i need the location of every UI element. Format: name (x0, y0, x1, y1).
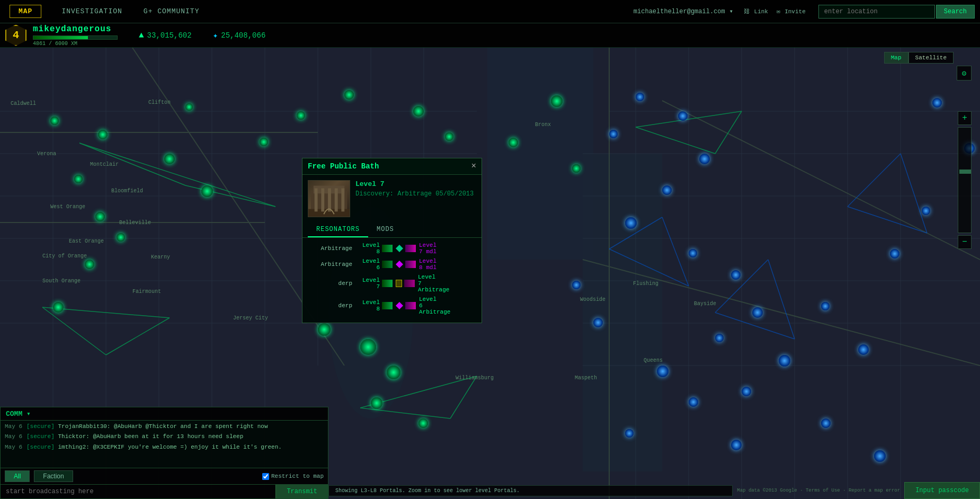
portal-blue-20[interactable] (593, 318, 603, 327)
ap-icon: ▲ (139, 31, 144, 40)
broadcast-input[interactable] (1, 485, 275, 498)
portal-blue-26[interactable] (874, 450, 886, 462)
portal-green-1[interactable] (50, 117, 59, 125)
tab-resonators[interactable]: RESONATORS (308, 222, 368, 237)
res-level-right-4: Level 6 Arbitrage (417, 296, 443, 315)
map-type-buttons: Map Satellite (884, 52, 954, 64)
comm-text-1: [secure] TrojanRabbit30: @AbuHarb @Thick… (26, 423, 324, 431)
portal-blue-13[interactable] (821, 302, 830, 310)
portal-green-15[interactable] (418, 418, 428, 428)
portal-blue-10[interactable] (715, 334, 724, 342)
portal-blue-23[interactable] (625, 429, 634, 438)
portal-blue-15[interactable] (890, 249, 899, 259)
portal-green-16[interactable] (297, 111, 305, 120)
comm-tabs: All Faction Restrict to map (0, 468, 328, 484)
portal-green-11[interactable] (53, 302, 64, 313)
portal-blue-12[interactable] (742, 387, 751, 396)
portal-discovery: Discovery: Arbitrage 05/05/2013 (355, 190, 474, 198)
tab-all[interactable]: All (5, 470, 30, 482)
map-settings-button[interactable]: ⚙ (957, 66, 972, 81)
portal-blue-7[interactable] (689, 249, 697, 257)
invite-button[interactable]: ✉ Invite (777, 8, 806, 15)
portal-green-3[interactable] (185, 103, 193, 111)
svg-rect-0 (487, 48, 593, 260)
input-passcode-button[interactable]: Input passcode (904, 482, 980, 499)
mail-icon: ✉ (777, 8, 780, 15)
portal-green-21[interactable] (509, 138, 518, 147)
portal-blue-4[interactable] (699, 154, 710, 164)
portal-blue-21[interactable] (657, 366, 669, 377)
portal-green-6[interactable] (74, 175, 83, 183)
portal-blue-18[interactable] (932, 98, 942, 108)
tab-mods[interactable]: MODS (368, 222, 403, 237)
portal-green-12[interactable] (318, 323, 331, 336)
comm-date-2: May 6 (5, 433, 22, 441)
portal-blue-2[interactable] (678, 111, 688, 121)
zoom-out-button[interactable]: − (958, 235, 972, 249)
portal-green-2[interactable] (98, 130, 108, 139)
portal-green-14[interactable] (371, 397, 382, 409)
portal-blue-25[interactable] (821, 418, 831, 428)
res-bar-left-3 (382, 280, 393, 287)
zoom-slider[interactable] (958, 127, 972, 233)
map-container[interactable]: Caldwell Clifton Bronx Verona Montclair … (0, 48, 980, 499)
player-level-badge: 4 (5, 25, 26, 46)
map-button[interactable]: Map (884, 52, 908, 64)
portal-blue-19[interactable] (572, 281, 581, 289)
portal-blue-6[interactable] (625, 217, 637, 229)
restrict-to-map[interactable]: Restrict to map (262, 473, 324, 480)
nav-community-link[interactable]: G+ COMMUNITY (144, 7, 200, 15)
portal-green-18[interactable] (413, 106, 424, 117)
comm-title[interactable]: COMM ▾ (6, 409, 31, 418)
res-center-3 (396, 280, 402, 287)
resonator-row-4: derp Level 8 Level 6 Arbitrage (308, 296, 476, 315)
portal-blue-16[interactable] (922, 207, 930, 215)
xp-fill (33, 36, 88, 39)
popup-close-button[interactable]: × (471, 162, 476, 171)
transmit-button[interactable]: Transmit (275, 485, 328, 498)
portal-blue-9[interactable] (752, 307, 763, 318)
res-level-left-1: Level 8 (355, 242, 382, 255)
popup-tabs: RESONATORS MODS (302, 222, 482, 238)
portal-blue-3[interactable] (609, 130, 618, 138)
portal-green-17[interactable] (344, 90, 354, 100)
search-button[interactable]: Search (936, 5, 975, 19)
portal-green-8[interactable] (201, 185, 213, 197)
res-name-left-4: derp (308, 302, 355, 309)
portal-blue-1[interactable] (636, 93, 644, 101)
player-info: mikeydangerous 4861 / 6000 XM (33, 24, 118, 47)
portal-green-20[interactable] (551, 95, 563, 107)
res-bar-right-1 (405, 245, 416, 252)
nav-investigation-link[interactable]: INVESTIGATION (61, 7, 122, 15)
nav-map-button[interactable]: MAP (10, 5, 41, 18)
portal-blue-5[interactable] (662, 185, 672, 195)
comm-message-1: May 6 [secure] TrojanRabbit30: @AbuHarb … (5, 423, 324, 431)
restrict-checkbox[interactable] (262, 473, 269, 480)
location-search-input[interactable] (818, 5, 935, 19)
link-button[interactable]: ⛓ Link (744, 8, 768, 15)
portal-blue-8[interactable] (731, 270, 741, 280)
portal-green-main[interactable] (360, 339, 376, 355)
res-name-left-3: derp (308, 280, 355, 287)
chain-icon: ⛓ (744, 8, 750, 15)
portal-blue-24[interactable] (731, 440, 742, 450)
svg-rect-63 (335, 189, 338, 212)
status-bar: Showing L3-L8 Portals. Zoom in to see lo… (328, 482, 980, 499)
portal-green-4[interactable] (260, 138, 268, 146)
zoom-in-button[interactable]: + (958, 111, 972, 125)
portal-green-22[interactable] (572, 164, 581, 173)
tab-faction[interactable]: Faction (34, 470, 73, 482)
popup-image-area: Level 7 Discovery: Arbitrage 05/05/2013 (302, 175, 482, 222)
portal-green-9[interactable] (117, 233, 125, 242)
portal-blue-14[interactable] (858, 344, 869, 355)
dropdown-icon: ▾ (729, 7, 733, 15)
portal-blue-22[interactable] (689, 397, 698, 407)
svg-line-54 (848, 207, 927, 233)
portal-green-5[interactable] (164, 154, 175, 164)
portal-blue-11[interactable] (779, 355, 790, 367)
portal-green-19[interactable] (445, 132, 453, 141)
satellite-button[interactable]: Satellite (908, 52, 954, 64)
portal-green-10[interactable] (85, 260, 94, 269)
portal-green-13[interactable] (387, 366, 400, 379)
portal-green-7[interactable] (95, 212, 105, 221)
